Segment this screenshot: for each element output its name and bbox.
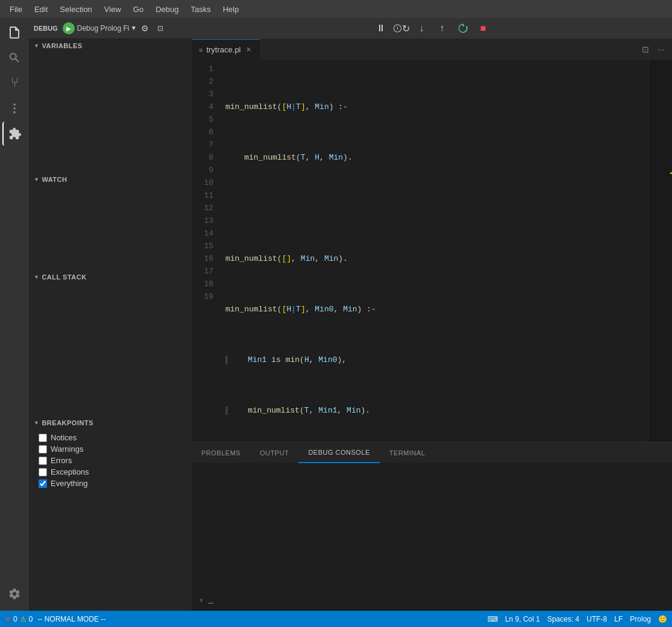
spaces-label: Spaces: 4 [547,615,579,623]
menubar: File Edit Selection View Go Debug Tasks … [0,0,672,18]
code-content: 1 2 3 4 5 6 7 8 9 10 11 12 13 14 15 16 1 [192,60,672,442]
step-over-button[interactable]: ↻ [393,20,410,37]
status-mode: -- NORMAL MODE -- [37,615,105,623]
list-item: Warnings [29,443,192,455]
status-errors[interactable]: ✕ 0 ⚠ 0 [5,615,33,623]
callstack-title: CALL STACK [42,273,86,281]
settings-icon[interactable] [2,582,27,606]
debug-run-icon[interactable] [2,96,27,120]
debug-toolbar: DEBUG ▶ Debug Prolog Fi ▼ ⚙ ⊡ [29,18,192,39]
step-out-button[interactable]: ↑ [434,20,451,37]
menu-selection[interactable]: Selection [55,4,96,15]
status-encoding[interactable]: UTF-8 [586,615,607,623]
warning-icon: ⚠ [20,615,27,623]
code-line-2: min_numlist(T, H, Min). [225,151,648,164]
terminal-icon: ⌨ [488,615,498,623]
exceptions-label: Exceptions [51,467,89,476]
warning-count: 0 [29,615,33,623]
menu-edit[interactable]: Edit [30,4,52,15]
list-item: Everything [29,478,192,489]
callstack-chevron: ▼ [34,274,39,280]
tab-icon: ≡ [199,46,203,54]
tab-terminal[interactable]: TERMINAL [380,443,435,463]
menu-file[interactable]: File [5,4,27,15]
callstack-header[interactable]: ▼ CALL STACK [29,270,192,284]
variables-title: VARIABLES [42,42,82,49]
bottom-tabs: PROBLEMS OUTPUT DEBUG CONSOLE TERMINAL [192,443,672,464]
status-terminal-icon[interactable]: ⌨ [488,615,498,623]
code-editor[interactable]: 1 2 3 4 5 6 7 8 9 10 11 12 13 14 15 16 1 [192,60,672,442]
menu-debug[interactable]: Debug [151,4,183,15]
code-line-6: Min1 is min(H, Min0), [225,354,648,366]
callstack-section: ▼ CALL STACK [29,270,192,416]
tab-more-area: ⊡ ··· [635,39,672,60]
menu-go[interactable]: Go [128,4,148,15]
watch-title: WATCH [42,176,67,183]
code-line-1: min_numlist([H|T], Min) :- [225,101,648,113]
continue-button[interactable]: ⏸ [372,20,389,37]
tab-output[interactable]: OUTPUT [250,443,298,463]
list-item: Notices [29,432,192,443]
error-count: 0 [13,615,17,623]
breakpoints-section: ▼ BREAKPOINTS Notices Warnings Errors [29,416,192,611]
tab-label: trytrace.pl [206,45,240,54]
watch-section: ▼ WATCH [29,173,192,270]
terminal-prompt: › [199,596,204,605]
restart-button[interactable] [454,20,471,37]
terminal-cursor[interactable]: _ [209,596,213,605]
list-item: Errors [29,455,192,466]
status-eol[interactable]: LF [614,615,623,623]
activity-bar: ⑂ [0,18,29,611]
warnings-checkbox[interactable] [39,445,47,454]
mode-label: -- NORMAL MODE -- [37,615,105,623]
error-icon: ✕ [5,615,11,623]
tab-debug-console[interactable]: DEBUG CONSOLE [298,443,379,463]
watch-chevron: ▼ [34,176,39,182]
menu-help[interactable]: Help [218,4,244,15]
source-control-icon[interactable]: ⑂ [2,71,27,95]
status-bar: ✕ 0 ⚠ 0 -- NORMAL MODE -- ⌨ Ln 9, Col 1 … [0,611,672,627]
callstack-body [29,284,192,416]
watch-header[interactable]: ▼ WATCH [29,173,192,186]
notices-label: Notices [51,433,77,442]
tab-split-button[interactable]: ⊡ [639,43,652,55]
menu-tasks[interactable]: Tasks [186,4,215,15]
tab-close-button[interactable]: ✕ [245,45,253,55]
explorer-icon[interactable] [2,20,27,45]
tab-overflow-button[interactable]: ··· [655,43,667,55]
line-col-label: Ln 9, Col 1 [505,615,540,623]
tab-trytrace[interactable]: ≡ trytrace.pl ✕ [192,39,260,60]
watch-body [29,186,192,270]
everything-label: Everything [51,479,87,488]
debug-gear-button[interactable]: ⚙ [138,22,151,35]
code-line-5: min_numlist([H|T], Min0, Min) :- [225,303,648,316]
status-smiley[interactable]: 🙂 [658,615,667,623]
main-layout: ⑂ DEBUG ▶ Debug Prolog Fi ▼ ⚙ ⊡ ▼ VARIAB… [0,18,672,611]
stop-button[interactable]: ■ [475,20,492,37]
debug-dropdown-arrow[interactable]: ▼ [131,25,136,32]
variables-header[interactable]: ▼ VARIABLES [29,39,192,52]
editor-area: ⏸ ↻ ↓ ↑ ■ ≡ trytrace.pl ✕ ⊡ ··· [192,18,672,611]
errors-checkbox[interactable] [39,457,47,465]
search-icon[interactable] [2,46,27,70]
notices-checkbox[interactable] [39,434,47,442]
debug-play-button[interactable]: ▶ [63,22,75,34]
tab-problems[interactable]: PROBLEMS [192,443,250,463]
everything-checkbox[interactable] [39,479,47,488]
debug-terminal-button[interactable]: ⊡ [154,22,167,35]
status-line-col[interactable]: Ln 9, Col 1 [505,615,540,623]
breakpoints-header[interactable]: ▼ BREAKPOINTS [29,416,192,429]
menu-view[interactable]: View [99,4,126,15]
status-language[interactable]: Prolog [630,615,651,623]
variables-section: ▼ VARIABLES [29,39,192,173]
status-spaces[interactable]: Spaces: 4 [547,615,579,623]
minimap [648,60,672,442]
debug-label: DEBUG [34,25,58,32]
code-lines: min_numlist([H|T], Min) :- min_numlist(T… [221,60,648,442]
step-into-button[interactable]: ↓ [413,20,430,37]
encoding-label: UTF-8 [586,615,607,623]
exceptions-checkbox[interactable] [39,468,47,476]
eol-label: LF [614,615,623,623]
svg-point-1 [13,104,16,106]
extensions-icon[interactable] [2,122,27,146]
